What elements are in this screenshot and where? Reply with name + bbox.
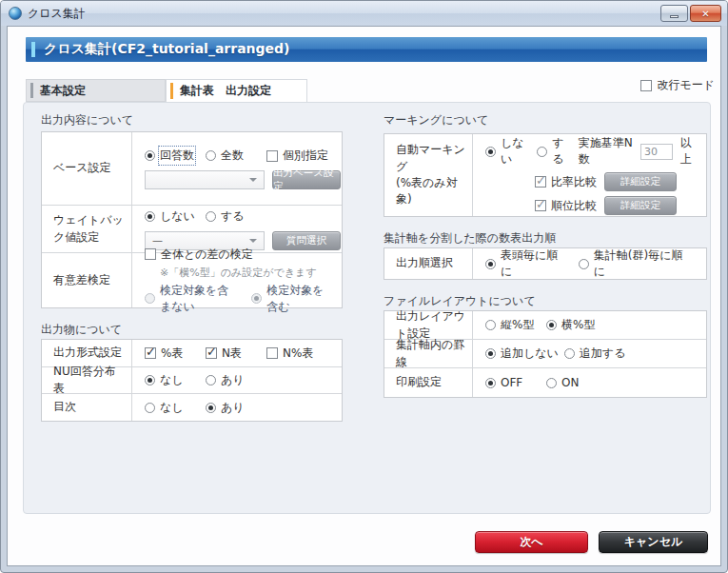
radio-base-answers[interactable]: 回答数 <box>145 148 196 164</box>
window-title: クロス集計 <box>28 6 86 22</box>
close-button[interactable]: ✕ <box>690 5 721 22</box>
base-dropdown[interactable] <box>145 170 265 189</box>
radio-icon <box>145 211 155 222</box>
output-content-table: ベース設定 回答数 全数 <box>41 131 343 308</box>
radio-weightback-yes[interactable]: する <box>206 208 257 225</box>
significance-row: 有意差検定 全体との差の検定 ※「横%型」のみ設定ができます <box>42 253 342 307</box>
radio-layout-vertical[interactable]: 縦%型 <box>485 317 537 333</box>
radio-icon <box>251 293 262 304</box>
radio-order-header[interactable]: 表頭毎に順に <box>485 247 567 280</box>
checkbox-n-table[interactable]: N表 <box>206 346 257 362</box>
checkbox-individual[interactable]: 個別指定 <box>266 148 328 164</box>
file-layout-table: 出力レイアウト設定 縦%型 横%型 集計軸内の罫線 <box>384 310 707 398</box>
newline-mode-label: 改行モード <box>657 77 715 93</box>
tab-output-settings[interactable]: 集計表 出力設定 <box>166 79 307 102</box>
tab-basic-settings[interactable]: 基本設定 <box>26 79 166 102</box>
minimize-button[interactable] <box>660 5 688 22</box>
checkbox-rank-label: 順位比較 <box>551 198 597 214</box>
cancel-button[interactable]: キャンセル <box>599 531 708 553</box>
radio-base-all-label: 全数 <box>221 148 244 164</box>
radio-icon <box>546 378 557 388</box>
radio-icon <box>145 150 155 161</box>
radio-marking-no[interactable]: しない <box>485 135 529 168</box>
toc-row: 目次 なし あり <box>42 394 342 421</box>
radio-nu-none-label: なし <box>160 372 184 388</box>
radio-layout-horizontal[interactable]: 横%型 <box>546 317 598 333</box>
rank-detail-button[interactable]: 詳細設定 <box>604 196 677 215</box>
ruled-line-label: 集計軸内の罫線 <box>384 340 473 367</box>
radio-toc-yes-label: あり <box>221 400 245 416</box>
radio-print-off[interactable]: OFF <box>485 376 537 389</box>
radio-print-off-label: OFF <box>501 376 522 389</box>
checkbox-n-label: N表 <box>222 346 242 362</box>
checkbox-icon <box>266 150 278 162</box>
radio-include-label: 検定対象を含む <box>266 283 326 315</box>
ratio-detail-button[interactable]: 詳細設定 <box>604 172 677 191</box>
weightback-label: ウェイトバック値設定 <box>42 206 132 252</box>
significance-label: 有意差検定 <box>42 253 132 307</box>
next-button[interactable]: 次へ <box>475 531 588 553</box>
order-row: 出力順選択 表頭毎に順に 集計軸(群)毎に順に <box>384 248 706 279</box>
order-table: 出力順選択 表頭毎に順に 集計軸(群)毎に順に <box>384 247 707 280</box>
significance-note: ※「横%型」のみ設定ができます <box>145 266 336 280</box>
radio-icon <box>206 150 216 161</box>
header-accent-bar <box>31 42 35 57</box>
tab-basic-label: 基本設定 <box>40 83 86 99</box>
checkbox-ratio-compare[interactable]: 比率比較 <box>535 174 597 190</box>
checkbox-icon <box>145 248 156 260</box>
checkbox-rank-compare[interactable]: 順位比較 <box>535 198 597 214</box>
radio-icon <box>145 403 155 413</box>
checkbox-pct-table[interactable]: %表 <box>145 346 196 362</box>
checkbox-icon <box>535 176 546 188</box>
radio-ruled-yes[interactable]: 追加する <box>564 346 626 362</box>
print-row: 印刷設定 OFF ON <box>384 368 706 397</box>
radio-exclude-label: 検定対象を含まない <box>160 283 238 315</box>
radio-icon <box>579 259 589 269</box>
section-title-output-content: 出力内容について <box>41 112 133 128</box>
radio-base-all[interactable]: 全数 <box>206 148 257 164</box>
radio-order-axis[interactable]: 集計軸(群)毎に順に <box>579 247 691 280</box>
page-title: クロス集計(CF2_tutorial_arranged) <box>44 41 290 58</box>
settings-panel: 出力内容について ベース設定 回答数 全数 <box>23 102 711 514</box>
auto-marking-label: 自動マーキング (%表のみ対象) <box>384 134 473 216</box>
auto-marking-label-line2: (%表のみ対象) <box>396 175 466 208</box>
section-title-marking: マーキングについて <box>384 112 488 128</box>
format-label: 出力形式設定 <box>42 340 132 366</box>
page-header: クロス集計(CF2_tutorial_arranged) <box>26 37 707 62</box>
radio-weightback-yes-label: する <box>221 208 245 225</box>
toc-label: 目次 <box>42 394 132 421</box>
newline-mode-checkbox[interactable]: 改行モード <box>640 77 715 93</box>
minimize-icon <box>670 15 679 18</box>
nu-label: NU回答分布表 <box>42 367 132 393</box>
checkbox-icon <box>535 200 546 211</box>
radio-order-header-label: 表頭毎に順に <box>501 247 567 280</box>
radio-nu-none[interactable]: なし <box>145 372 196 388</box>
weightback-dropdown-value: — <box>152 234 163 247</box>
radio-ruled-no[interactable]: 追加しない <box>485 346 559 362</box>
radio-toc-none[interactable]: なし <box>145 400 196 416</box>
radio-print-on[interactable]: ON <box>546 376 598 389</box>
auto-marking-label-line1: 自動マーキング <box>396 142 466 175</box>
checkbox-npct-table[interactable]: N%表 <box>266 346 313 362</box>
checkbox-pct-label: %表 <box>161 346 183 362</box>
radio-nu-yes[interactable]: あり <box>206 372 257 388</box>
radio-icon <box>145 375 155 385</box>
radio-layout-horizontal-label: 横%型 <box>561 317 595 333</box>
dialog-window: クロス集計 ✕ クロス集計(CF2_tutorial_arranged) 基本設… <box>0 0 728 573</box>
layout-row: 出力レイアウト設定 縦%型 横%型 <box>384 311 706 340</box>
order-label: 出力順選択 <box>384 248 473 279</box>
radio-toc-yes[interactable]: あり <box>206 400 257 416</box>
title-bar: クロス集計 ✕ <box>1 1 727 26</box>
radio-weightback-no[interactable]: しない <box>145 208 196 225</box>
ruled-line-row: 集計軸内の罫線 追加しない 追加する <box>384 340 706 368</box>
radio-marking-yes[interactable]: する <box>537 135 570 168</box>
radio-icon <box>564 348 575 359</box>
section-title-order: 集計軸を分割した際の数表出力順 <box>384 230 556 247</box>
output-base-setting-button[interactable]: 出力ベース設定 <box>272 170 341 189</box>
radio-order-axis-label: 集計軸(群)毎に順に <box>594 247 691 280</box>
n-base-input[interactable] <box>640 144 673 160</box>
radio-icon <box>537 147 547 157</box>
radio-exclude-test-target: 検定対象を含まない <box>145 283 238 315</box>
checkbox-diff-test[interactable]: 全体との差の検定 <box>145 247 253 263</box>
tab-output-label: 集計表 出力設定 <box>180 83 271 99</box>
